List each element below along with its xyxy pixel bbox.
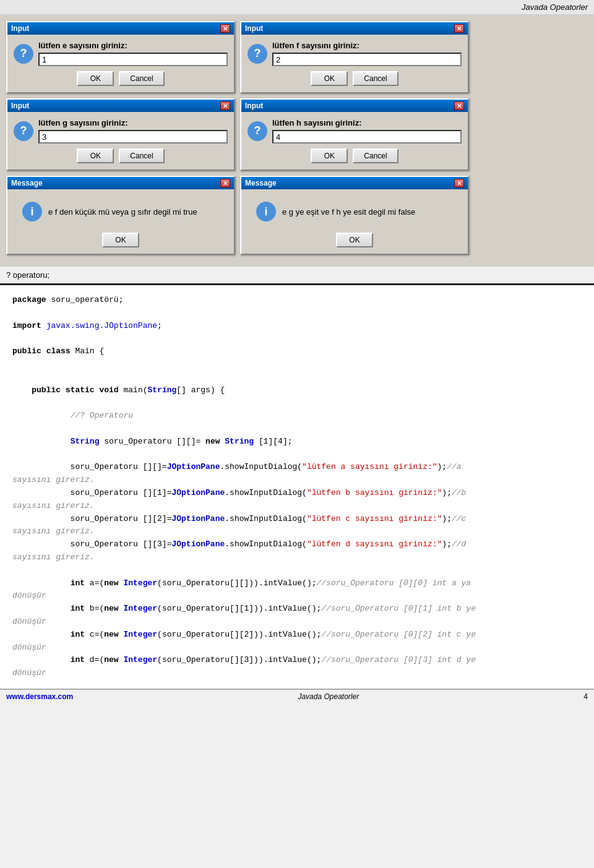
dialog-g-content: ? lütfen g sayısını giriniz: OK Cancel [7,112,234,170]
message-1-titlebar: Message ✕ [7,177,234,189]
code-line-so2: soru_Operatoru [][2]=JOptionPane.showInp… [12,513,582,526]
code-line-1: package soru_operatörü; [12,294,582,307]
dialog-e: Input ✕ ? lütfen e sayısını giriniz: OK … [6,21,235,93]
code-line-int-b-cont: dönüşür [12,616,582,629]
dialog-e-input[interactable] [38,53,228,66]
dialog-h-label: lütfen h sayısını giriniz: [272,118,462,127]
question-icon-g: ? [14,121,33,141]
code-line-so3-cont: sayısını gireriz. [12,551,582,564]
message-1-close[interactable]: ✕ [220,179,230,187]
dialog-g-ok[interactable]: OK [77,148,114,163]
code-line-int-a-cont: dönüşür [12,590,582,603]
page-footer: www.dersmax.com Javada Opeatorler 4 [0,689,594,703]
dialog-h-cancel[interactable]: Cancel [353,148,398,163]
dialog-g-titlebar: Input ✕ [7,100,234,112]
message-2-ok[interactable]: OK [336,233,373,247]
code-line-int-c: int c=(new Integer(soru_Operatoru[][2]))… [12,629,582,642]
dialog-f: Input ✕ ? lütfen f sayısını giriniz: OK … [240,21,469,93]
dialog-g: Input ✕ ? lütfen g sayısını giriniz: OK … [6,98,235,171]
dialog-g-title: Input [11,101,29,110]
dialog-f-title: Input [245,24,263,33]
dialog-f-ok[interactable]: OK [311,71,348,86]
code-line-blank6 [12,423,582,436]
dialog-h-title: Input [245,101,263,110]
dialog-f-titlebar: Input ✕ [241,22,468,35]
message-2-titlebar: Message ✕ [241,177,468,189]
message-1-ok[interactable]: OK [102,233,139,247]
code-line-int-a: int a=(new Integer(soru_Operatoru[][])).… [12,577,582,590]
dialogs-row-3: Message ✕ i e f den küçük mü veya g sıfı… [6,176,588,255]
code-area: package soru_operatörü; import javax.swi… [0,283,594,689]
dialog-h-input[interactable] [272,130,462,144]
dialog-e-label: lütfen e sayısını giriniz: [38,41,228,50]
code-line-so3: soru_Operatoru [][3]=JOptionPane.showInp… [12,538,582,551]
code-line-blank7 [12,449,582,462]
code-line-so0-cont: sayısını gireriz. [12,474,582,487]
section-label-text: ? operatoru; [6,270,50,280]
code-line-int-d: int d=(new Integer(soru_Operatoru[][3]))… [12,654,582,667]
dialog-g-cancel[interactable]: Cancel [119,148,164,163]
code-line-comment: //? Operatoru [12,410,582,423]
question-icon-h: ? [248,121,267,141]
dialog-e-titlebar: Input ✕ [7,22,234,35]
code-line-blank5 [12,397,582,410]
dialog-f-input[interactable] [272,53,462,66]
question-icon-e: ? [14,44,33,64]
dialog-g-label: lütfen g sayısını giriniz: [38,118,228,127]
dialog-e-ok[interactable]: OK [77,71,114,86]
dialog-g-close[interactable]: ✕ [220,101,230,110]
message-1-title: Message [11,179,43,187]
dialog-h-close[interactable]: ✕ [454,101,464,110]
code-line-string-decl: String soru_Operatoru [][]= new String [… [12,436,582,449]
dialogs-area: Input ✕ ? lütfen e sayısını giriniz: OK … [0,15,594,266]
dialog-h: Input ✕ ? lütfen h sayısını giriniz: OK … [240,98,469,171]
dialog-e-close[interactable]: ✕ [220,24,230,33]
code-line-blank4 [12,371,582,384]
code-line-blank2 [12,332,582,345]
code-line-so0: soru_Operatoru [][]=JOptionPane.showInpu… [12,461,582,474]
code-line-class: public class Main { [12,345,582,358]
dialog-e-content: ? lütfen e sayısını giriniz: OK Cancel [7,35,234,92]
dialog-h-content: ? lütfen h sayısını giriniz: OK Cancel [241,112,468,170]
question-icon-f: ? [248,44,267,64]
section-label: ? operatoru; [0,266,594,283]
message-2: Message ✕ i e g ye eşit ve f h ye esit d… [240,176,469,255]
message-2-title: Message [245,179,277,187]
code-line-int-b: int b=(new Integer(soru_Operatoru[][1]))… [12,603,582,616]
dialog-f-cancel[interactable]: Cancel [353,71,398,86]
info-icon-2: i [256,202,276,221]
code-line-int-c-cont: dönüşür [12,642,582,655]
message-1-content: i e f den küçük mü veya g sıfır degil mi… [7,189,234,254]
dialog-f-close[interactable]: ✕ [454,24,464,33]
code-line-so2-cont: sayısını gireriz. [12,525,582,538]
code-line-blank8 [12,564,582,577]
info-icon-1: i [22,202,42,221]
dialog-f-label: lütfen f sayısını giriniz: [272,41,462,50]
message-2-text: e g ye eşit ve f h ye esit degil mi fals… [282,207,415,217]
code-line-import: import javax.swing.JOptionPane; [12,320,582,333]
footer-center: Javada Opeatorler [298,692,359,701]
code-line-int-d-cont: dönüşür [12,667,582,680]
page-header: Javada Opeatorler [0,0,594,15]
message-2-content: i e g ye eşit ve f h ye esit degil mi fa… [241,189,468,254]
dialog-h-ok[interactable]: OK [311,148,348,163]
dialog-g-input[interactable] [38,130,228,144]
code-line-so1-cont: sayısını gireriz. [12,500,582,513]
dialogs-row-1: Input ✕ ? lütfen e sayısını giriniz: OK … [6,21,588,93]
dialog-e-title: Input [11,24,29,33]
footer-left: www.dersmax.com [6,692,73,701]
dialog-e-cancel[interactable]: Cancel [119,71,164,86]
dialogs-row-2: Input ✕ ? lütfen g sayısını giriniz: OK … [6,98,588,171]
code-line-so1: soru_Operatoru [][1]=JOptionPane.showInp… [12,487,582,500]
dialog-f-content: ? lütfen f sayısını giriniz: OK Cancel [241,35,468,92]
message-1: Message ✕ i e f den küçük mü veya g sıfı… [6,176,235,255]
message-1-text: e f den küçük mü veya g sıfır degil mi t… [48,207,197,217]
message-2-close[interactable]: ✕ [454,179,464,187]
dialog-h-titlebar: Input ✕ [241,100,468,112]
code-line-main: public static void main(String[] args) { [12,384,582,397]
footer-right: 4 [583,692,588,701]
code-line-blank1 [12,307,582,320]
header-title: Javada Opeatorler [522,2,588,12]
code-line-blank3 [12,358,582,371]
